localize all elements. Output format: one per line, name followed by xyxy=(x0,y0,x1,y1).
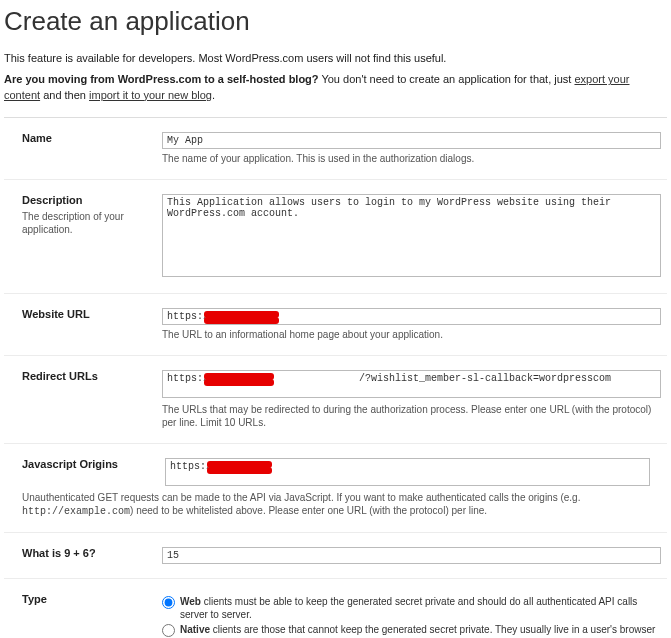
help-redirect-urls: The URLs that may be redirected to durin… xyxy=(162,403,661,429)
row-redirect-urls: Redirect URLs https:// /?wishlist_member… xyxy=(4,356,667,444)
row-website-url: Website URL The URL to an informational … xyxy=(4,294,667,356)
input-redirect-urls[interactable]: https:// /?wishlist_member-sl-callback=w… xyxy=(162,370,661,398)
help-js-origins: Unauthenticated GET requests can be made… xyxy=(22,491,661,518)
link-import-blog[interactable]: import it to your new blog xyxy=(89,89,212,101)
input-captcha[interactable] xyxy=(162,547,661,564)
input-js-origins[interactable]: https:// xyxy=(165,458,650,486)
intro-question: Are you moving from WordPress.com to a s… xyxy=(4,73,319,85)
label-captcha: What is 9 + 6? xyxy=(22,547,152,559)
sublabel-description: The description of your application. xyxy=(22,211,124,235)
application-form: Name The name of your application. This … xyxy=(4,117,667,638)
intro-line-2: Are you moving from WordPress.com to a s… xyxy=(4,72,667,103)
input-name[interactable] xyxy=(162,132,661,149)
label-description: Description xyxy=(22,194,152,206)
page-title: Create an application xyxy=(4,6,667,37)
input-description[interactable]: This Application allows users to login t… xyxy=(162,194,661,277)
radio-type-web-row[interactable]: Web clients must be able to keep the gen… xyxy=(162,595,661,621)
row-captcha: What is 9 + 6? xyxy=(4,533,667,579)
row-name: Name The name of your application. This … xyxy=(4,118,667,180)
radio-type-native[interactable] xyxy=(162,624,175,637)
intro-line-1: This feature is available for developers… xyxy=(4,51,667,66)
help-name: The name of your application. This is us… xyxy=(162,152,661,165)
label-js-origins: Javascript Origins xyxy=(22,458,152,470)
label-website-url: Website URL xyxy=(22,308,152,320)
input-website-url[interactable] xyxy=(162,308,661,325)
help-website-url: The URL to an informational home page ab… xyxy=(162,328,661,341)
label-type: Type xyxy=(22,593,152,605)
radio-type-native-row[interactable]: Native clients are those that cannot kee… xyxy=(162,623,661,638)
radio-type-web[interactable] xyxy=(162,596,175,609)
label-name: Name xyxy=(22,132,152,144)
row-description: Description The description of your appl… xyxy=(4,180,667,294)
label-redirect-urls: Redirect URLs xyxy=(22,370,152,382)
row-type: Type Web clients must be able to keep th… xyxy=(4,579,667,638)
row-js-origins: Javascript Origins https:// Unauthentica… xyxy=(4,444,667,533)
